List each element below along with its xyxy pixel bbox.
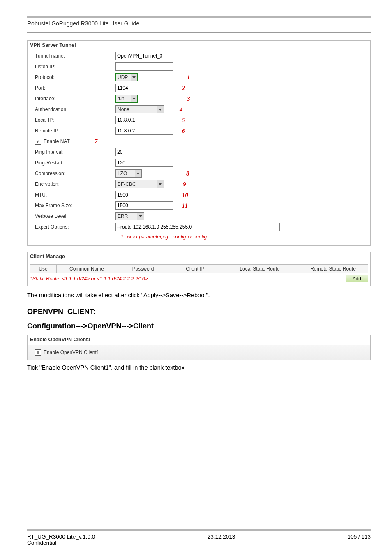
client-manage-note: *Static Route: <1.1.1.0/24> or <1.1.1.0/… (30, 276, 346, 282)
enable-openvpn-client1-label: Enable OpenVPN Client1 (44, 349, 99, 355)
chevron-down-icon (135, 170, 141, 177)
annotation-1: 1 (187, 74, 190, 81)
col-password: Password (117, 265, 169, 273)
add-button[interactable]: Add (346, 275, 368, 282)
annotation-6: 6 (182, 127, 185, 134)
enable-openvpn-client1-panel: Enable OpenVPN Client1 Enable OpenVPN Cl… (27, 335, 371, 360)
ping-restart-label: Ping-Restart: (35, 160, 115, 166)
enable-nat-label: Enable NAT (44, 139, 70, 144)
col-common-name: Common Name (57, 265, 117, 273)
configuration-path-heading: Configuration--->OpenVPN--->Client (27, 322, 371, 331)
body-text-tick: Tick "Enable OpenVPN Client1", and fill … (27, 364, 371, 371)
tunnel-name-label: Tunnel name: (35, 53, 115, 59)
col-remote-route: Remote Static Route (298, 265, 368, 273)
annotation-5: 5 (182, 117, 185, 124)
body-text-apply: The modifications will take effect after… (27, 292, 371, 298)
annotation-9: 9 (183, 181, 186, 188)
protocol-select[interactable]: UDP (115, 73, 138, 81)
expert-options-hint: *--xx xx.parameter,eg:--config xx.config (121, 232, 370, 240)
chevron-down-icon (131, 74, 137, 81)
remote-ip-input[interactable] (115, 127, 173, 135)
col-use: Use (30, 265, 57, 273)
vpn-server-tunnel-panel: VPN Server Tunnel Tunnel name: Listen IP… (27, 40, 371, 246)
expert-options-label: Expert Options: (35, 224, 115, 230)
openvpn-client-heading: OPENVPN_CLIENT: (27, 308, 371, 316)
chevron-down-icon (157, 180, 164, 188)
ping-restart-input[interactable] (115, 159, 173, 167)
vpn-server-tunnel-title: VPN Server Tunnel (28, 41, 370, 51)
max-frame-input[interactable] (115, 201, 173, 210)
annotation-2: 2 (182, 85, 185, 92)
chevron-down-icon (157, 106, 164, 113)
verbose-label: Verbose Level: (35, 213, 115, 219)
tunnel-name-input[interactable] (115, 52, 173, 60)
annotation-8: 8 (186, 170, 189, 177)
compression-label: Compression: (35, 171, 115, 176)
footer-center: 23.12.2013 (208, 534, 235, 540)
encryption-label: Encryption: (35, 181, 115, 187)
annotation-11: 11 (182, 202, 188, 209)
encryption-select[interactable]: BF-CBC (115, 180, 164, 188)
compression-select[interactable]: LZO (115, 169, 142, 178)
mtu-input[interactable] (115, 191, 173, 199)
footer-left: RT_UG_R3000 Lite_v.1.0.0 (27, 534, 95, 540)
max-frame-label: Max Frame Size: (35, 203, 115, 208)
verbose-select[interactable]: ERR (115, 212, 144, 220)
port-label: Port: (35, 85, 115, 91)
page-footer: RT_UG_R3000 Lite_v.1.0.0 23.12.2013 105 … (27, 529, 371, 546)
protocol-label: Protocol: (35, 74, 115, 80)
interface-select[interactable]: tun (115, 95, 138, 103)
col-local-route: Local Static Route (221, 265, 298, 273)
enable-openvpn-client1-checkbox[interactable] (35, 349, 41, 356)
ping-interval-input[interactable] (115, 148, 173, 156)
col-client-ip: Client IP (169, 265, 221, 273)
listen-ip-label: Listen IP: (35, 64, 115, 69)
annotation-7: 7 (95, 138, 98, 145)
auth-label: Authentication: (35, 106, 115, 112)
annotation-10: 10 (182, 192, 188, 199)
enable-nat-checkbox[interactable]: ✔ (35, 139, 41, 145)
chevron-down-icon (131, 95, 137, 102)
client-manage-title: Client Manage (28, 252, 370, 262)
expert-options-input[interactable] (115, 223, 280, 231)
client-manage-table: Use Common Name Password Client IP Local… (30, 264, 368, 273)
annotation-4: 4 (180, 106, 183, 113)
local-ip-input[interactable] (115, 116, 173, 124)
port-input[interactable] (115, 84, 173, 92)
annotation-3: 3 (187, 95, 190, 102)
auth-select[interactable]: None (115, 105, 164, 113)
interface-label: Interface: (35, 96, 115, 102)
chevron-down-icon (137, 213, 144, 220)
footer-confidential: Confidential (27, 540, 371, 546)
footer-right: 105 / 113 (348, 534, 371, 540)
mtu-label: MTU: (35, 192, 115, 198)
ping-interval-label: Ping Interval: (35, 149, 115, 155)
remote-ip-label: Remote IP: (35, 128, 115, 134)
local-ip-label: Local IP: (35, 117, 115, 123)
table-header-row: Use Common Name Password Client IP Local… (30, 265, 368, 273)
listen-ip-input[interactable] (115, 62, 173, 71)
enable-openvpn-client1-title: Enable OpenVPN Client1 (28, 335, 370, 345)
page-header: Robustel GoRugged R3000 Lite User Guide (27, 20, 371, 32)
client-manage-panel: Client Manage Use Common Name Password C… (27, 252, 371, 286)
